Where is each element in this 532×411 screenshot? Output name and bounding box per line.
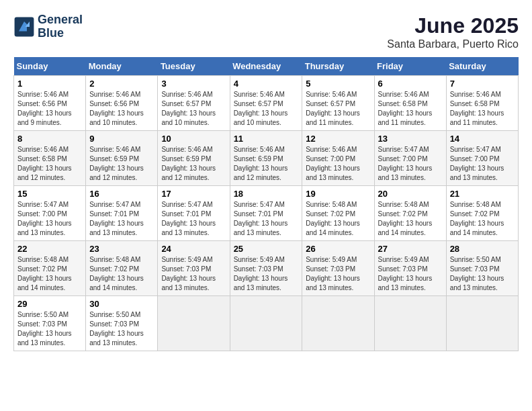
calendar-cell: 25 Sunrise: 5:49 AM Sunset: 7:03 PM Dayl…	[230, 241, 302, 296]
day-info: Sunrise: 5:48 AM Sunset: 7:02 PM Dayligh…	[89, 255, 154, 293]
day-number: 11	[234, 134, 299, 144]
day-number: 12	[306, 134, 370, 144]
header-thursday: Thursday	[302, 57, 374, 76]
location-subtitle: Santa Barbara, Puerto Rico	[387, 38, 519, 50]
day-number: 2	[89, 79, 154, 89]
day-info: Sunrise: 5:46 AM Sunset: 6:59 PM Dayligh…	[89, 145, 154, 183]
day-info: Sunrise: 5:47 AM Sunset: 7:00 PM Dayligh…	[378, 145, 443, 183]
calendar-cell: 11 Sunrise: 5:46 AM Sunset: 6:59 PM Dayl…	[230, 131, 302, 186]
day-number: 4	[234, 79, 299, 89]
calendar-cell: 24 Sunrise: 5:49 AM Sunset: 7:03 PM Dayl…	[158, 241, 230, 296]
day-number: 13	[378, 134, 443, 144]
calendar-cell: 14 Sunrise: 5:47 AM Sunset: 7:00 PM Dayl…	[446, 131, 518, 186]
day-number: 29	[17, 299, 82, 309]
calendar-cell	[230, 296, 302, 351]
calendar-cell: 23 Sunrise: 5:48 AM Sunset: 7:02 PM Dayl…	[86, 241, 158, 296]
logo-line2: Blue	[38, 26, 64, 40]
calendar-cell: 13 Sunrise: 5:47 AM Sunset: 7:00 PM Dayl…	[374, 131, 446, 186]
calendar-cell	[374, 296, 446, 351]
day-number: 3	[161, 79, 226, 89]
day-number: 23	[89, 244, 154, 254]
day-number: 26	[306, 244, 370, 254]
day-number: 15	[17, 189, 82, 199]
day-info: Sunrise: 5:46 AM Sunset: 6:56 PM Dayligh…	[17, 90, 82, 128]
day-info: Sunrise: 5:50 AM Sunset: 7:03 PM Dayligh…	[89, 310, 154, 348]
day-info: Sunrise: 5:50 AM Sunset: 7:03 PM Dayligh…	[450, 255, 515, 293]
logo-text: General Blue	[38, 13, 83, 40]
header-tuesday: Tuesday	[158, 57, 230, 76]
day-number: 14	[450, 134, 515, 144]
calendar-cell: 19 Sunrise: 5:48 AM Sunset: 7:02 PM Dayl…	[302, 186, 374, 241]
day-number: 17	[161, 189, 226, 199]
calendar-cell: 12 Sunrise: 5:46 AM Sunset: 7:00 PM Dayl…	[302, 131, 374, 186]
day-info: Sunrise: 5:48 AM Sunset: 7:02 PM Dayligh…	[450, 200, 515, 238]
day-number: 22	[17, 244, 82, 254]
calendar-cell: 9 Sunrise: 5:46 AM Sunset: 6:59 PM Dayli…	[86, 131, 158, 186]
month-year-title: June 2025	[387, 13, 519, 38]
header-monday: Monday	[86, 57, 158, 76]
calendar-cell: 2 Sunrise: 5:46 AM Sunset: 6:56 PM Dayli…	[86, 76, 158, 131]
calendar-cell: 7 Sunrise: 5:46 AM Sunset: 6:58 PM Dayli…	[446, 76, 518, 131]
day-number: 30	[89, 299, 154, 309]
calendar-cell: 5 Sunrise: 5:46 AM Sunset: 6:57 PM Dayli…	[302, 76, 374, 131]
calendar-cell: 20 Sunrise: 5:48 AM Sunset: 7:02 PM Dayl…	[374, 186, 446, 241]
day-info: Sunrise: 5:47 AM Sunset: 7:00 PM Dayligh…	[450, 145, 515, 183]
day-number: 20	[378, 189, 443, 199]
day-number: 21	[450, 189, 515, 199]
calendar-cell	[158, 296, 230, 351]
day-info: Sunrise: 5:46 AM Sunset: 6:57 PM Dayligh…	[306, 90, 370, 128]
header-sunday: Sunday	[14, 57, 86, 76]
day-info: Sunrise: 5:46 AM Sunset: 6:57 PM Dayligh…	[161, 90, 226, 128]
calendar-cell: 16 Sunrise: 5:47 AM Sunset: 7:01 PM Dayl…	[86, 186, 158, 241]
day-number: 24	[161, 244, 226, 254]
day-info: Sunrise: 5:47 AM Sunset: 7:01 PM Dayligh…	[234, 200, 299, 238]
title-area: June 2025 Santa Barbara, Puerto Rico	[387, 13, 519, 50]
calendar-cell: 28 Sunrise: 5:50 AM Sunset: 7:03 PM Dayl…	[446, 241, 518, 296]
day-number: 8	[17, 134, 82, 144]
day-info: Sunrise: 5:47 AM Sunset: 7:00 PM Dayligh…	[17, 200, 82, 238]
day-info: Sunrise: 5:46 AM Sunset: 6:59 PM Dayligh…	[161, 145, 226, 183]
header-friday: Friday	[374, 57, 446, 76]
day-info: Sunrise: 5:46 AM Sunset: 6:58 PM Dayligh…	[450, 90, 515, 128]
calendar-cell: 29 Sunrise: 5:50 AM Sunset: 7:03 PM Dayl…	[14, 296, 86, 351]
day-info: Sunrise: 5:47 AM Sunset: 7:01 PM Dayligh…	[89, 200, 154, 238]
calendar-cell: 3 Sunrise: 5:46 AM Sunset: 6:57 PM Dayli…	[158, 76, 230, 131]
calendar-cell: 22 Sunrise: 5:48 AM Sunset: 7:02 PM Dayl…	[14, 241, 86, 296]
calendar-cell: 30 Sunrise: 5:50 AM Sunset: 7:03 PM Dayl…	[86, 296, 158, 351]
calendar-table: Sunday Monday Tuesday Wednesday Thursday…	[13, 57, 519, 351]
calendar-cell: 18 Sunrise: 5:47 AM Sunset: 7:01 PM Dayl…	[230, 186, 302, 241]
weekday-header-row: Sunday Monday Tuesday Wednesday Thursday…	[14, 57, 519, 76]
day-number: 9	[89, 134, 154, 144]
day-number: 19	[306, 189, 370, 199]
day-info: Sunrise: 5:49 AM Sunset: 7:03 PM Dayligh…	[234, 255, 299, 293]
day-info: Sunrise: 5:46 AM Sunset: 6:57 PM Dayligh…	[234, 90, 299, 128]
calendar-cell: 1 Sunrise: 5:46 AM Sunset: 6:56 PM Dayli…	[14, 76, 86, 131]
day-number: 16	[89, 189, 154, 199]
page-header: General Blue June 2025 Santa Barbara, Pu…	[13, 13, 519, 50]
logo-icon	[13, 16, 35, 38]
day-info: Sunrise: 5:50 AM Sunset: 7:03 PM Dayligh…	[17, 310, 82, 348]
calendar-cell: 10 Sunrise: 5:46 AM Sunset: 6:59 PM Dayl…	[158, 131, 230, 186]
day-number: 27	[378, 244, 443, 254]
calendar-cell: 6 Sunrise: 5:46 AM Sunset: 6:58 PM Dayli…	[374, 76, 446, 131]
day-info: Sunrise: 5:46 AM Sunset: 6:58 PM Dayligh…	[378, 90, 443, 128]
day-info: Sunrise: 5:46 AM Sunset: 6:56 PM Dayligh…	[89, 90, 154, 128]
day-info: Sunrise: 5:48 AM Sunset: 7:02 PM Dayligh…	[306, 200, 370, 238]
day-number: 5	[306, 79, 370, 89]
header-saturday: Saturday	[446, 57, 518, 76]
logo: General Blue	[13, 13, 83, 40]
day-number: 6	[378, 79, 443, 89]
day-info: Sunrise: 5:49 AM Sunset: 7:03 PM Dayligh…	[161, 255, 226, 293]
calendar-cell: 4 Sunrise: 5:46 AM Sunset: 6:57 PM Dayli…	[230, 76, 302, 131]
day-info: Sunrise: 5:48 AM Sunset: 7:02 PM Dayligh…	[17, 255, 82, 293]
logo-line1: General	[38, 13, 83, 26]
day-number: 28	[450, 244, 515, 254]
calendar-cell: 21 Sunrise: 5:48 AM Sunset: 7:02 PM Dayl…	[446, 186, 518, 241]
day-number: 7	[450, 79, 515, 89]
day-info: Sunrise: 5:48 AM Sunset: 7:02 PM Dayligh…	[378, 200, 443, 238]
day-number: 1	[17, 79, 82, 89]
day-info: Sunrise: 5:46 AM Sunset: 7:00 PM Dayligh…	[306, 145, 370, 183]
header-wednesday: Wednesday	[230, 57, 302, 76]
calendar-cell: 26 Sunrise: 5:49 AM Sunset: 7:03 PM Dayl…	[302, 241, 374, 296]
calendar-cell: 15 Sunrise: 5:47 AM Sunset: 7:00 PM Dayl…	[14, 186, 86, 241]
